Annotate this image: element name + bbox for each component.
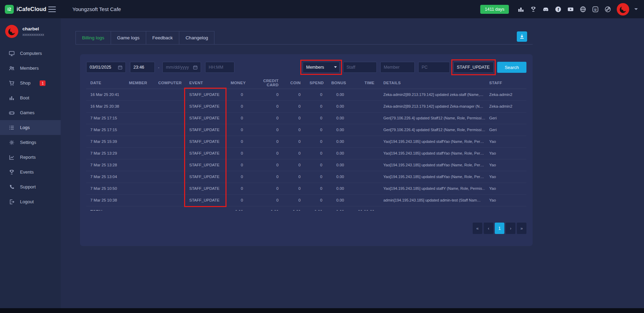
user-avatar[interactable] bbox=[616, 3, 630, 16]
cell-spend: 0 bbox=[305, 194, 327, 206]
table-row[interactable]: 7 Mar 25 10:38 STAFF_UPDATE 0 0 0 0 0.00… bbox=[86, 194, 526, 206]
download-icon bbox=[519, 34, 525, 39]
logs-list-icon bbox=[9, 125, 15, 131]
leaderboard-icon[interactable] bbox=[517, 6, 525, 13]
sidebar-item-logs[interactable]: Logs bbox=[0, 120, 61, 135]
calendar-icon bbox=[193, 65, 198, 70]
cell-money: 0 bbox=[227, 171, 248, 183]
page-next-button[interactable]: › bbox=[506, 223, 515, 234]
hamburger-menu-icon[interactable] bbox=[48, 7, 56, 12]
gear-icon bbox=[9, 139, 15, 146]
staff-filter-input[interactable] bbox=[343, 62, 377, 73]
cell-computer bbox=[154, 89, 185, 100]
cell-spend: 0 bbox=[305, 171, 327, 183]
sidebar-item-label: Computers bbox=[20, 51, 42, 56]
cell-time bbox=[349, 171, 379, 183]
report-chart-icon bbox=[9, 154, 15, 160]
discord-icon[interactable] bbox=[542, 6, 550, 13]
table-row[interactable]: 7 Mar 25 17:15 STAFF_UPDATE 0 0 0 0 0.00… bbox=[86, 124, 526, 136]
sidebar-item-events[interactable]: Events bbox=[0, 165, 61, 179]
sidebar-item-settings[interactable]: Settings bbox=[0, 135, 61, 150]
col-header-time: TIME bbox=[349, 77, 379, 89]
sidebar: charbel xxxxxxxxxxxx Computers Members S… bbox=[0, 18, 61, 313]
cell-bonus: 0.00 bbox=[327, 171, 349, 183]
cell-money: 0 bbox=[227, 112, 248, 124]
youtube-icon[interactable] bbox=[567, 6, 574, 13]
table-row[interactable]: 16 Mar 25 20:41 STAFF_UPDATE 0 0 0 0 0.0… bbox=[86, 89, 526, 100]
date-from-input[interactable]: 03/01/2025 bbox=[86, 62, 126, 73]
cell-money: 0 bbox=[227, 136, 248, 147]
cell-event: STAFF_UPDATE bbox=[185, 171, 227, 183]
sidebar-item-reports[interactable]: Reports bbox=[0, 150, 61, 165]
date-to-input[interactable]: mm/dd/yyyy bbox=[162, 62, 201, 73]
monitor-icon bbox=[9, 50, 15, 57]
table-row[interactable]: 7 Mar 25 13:04 STAFF_UPDATE 0 0 0 0 0.00… bbox=[86, 171, 526, 183]
cell-member bbox=[125, 136, 154, 147]
cell-date: 7 Mar 25 13:04 bbox=[86, 171, 125, 183]
tab-game-logs[interactable]: Game logs bbox=[111, 31, 146, 44]
sidebar-user-block[interactable]: charbel xxxxxxxxxxxx bbox=[0, 18, 61, 42]
table-row[interactable]: 16 Mar 25 20:38 STAFF_UPDATE 0 0 0 0 0.0… bbox=[86, 100, 526, 112]
facebook-icon[interactable]: f bbox=[554, 6, 562, 13]
col-header-date: DATE bbox=[86, 77, 125, 89]
sidebar-item-members[interactable]: Members bbox=[0, 61, 61, 76]
table-row[interactable]: 7 Mar 25 15:39 STAFF_UPDATE 0 0 0 0 0.00… bbox=[86, 136, 526, 147]
page-first-button[interactable]: « bbox=[473, 223, 482, 234]
sidebar-item-shop[interactable]: Shop 1 bbox=[0, 76, 61, 90]
sidebar-item-support[interactable]: Support bbox=[0, 179, 61, 194]
tab-billing-logs[interactable]: Billing logs bbox=[76, 31, 111, 44]
brand-area: i2 iCafeCloud bbox=[0, 0, 61, 18]
cell-spend: 0 bbox=[305, 124, 327, 136]
chevron-down-icon[interactable] bbox=[634, 8, 638, 10]
cell-bonus: 0.00 bbox=[327, 112, 349, 124]
table-row[interactable]: 7 Mar 25 10:50 STAFF_UPDATE 0 0 0 0 0.00… bbox=[86, 183, 526, 194]
gamepad-icon bbox=[9, 110, 15, 116]
member-filter-input[interactable] bbox=[380, 62, 415, 73]
page-last-button[interactable]: » bbox=[517, 223, 526, 234]
filter-type-select-wrap: Members bbox=[303, 62, 340, 73]
cell-staff: Zeka-admin2 bbox=[485, 89, 526, 100]
cell-member bbox=[125, 100, 154, 112]
sidebar-item-games[interactable]: Games bbox=[0, 105, 61, 120]
user-name: charbel bbox=[22, 26, 44, 31]
sidebar-item-computers[interactable]: Computers bbox=[0, 46, 61, 61]
steam-icon[interactable] bbox=[604, 6, 612, 13]
cell-coin: 0 bbox=[283, 159, 305, 171]
sidebar-item-boot[interactable]: Boot bbox=[0, 90, 61, 105]
cell-coin: 0 bbox=[283, 136, 305, 147]
table-row[interactable]: 7 Mar 25 13:29 STAFF_UPDATE 0 0 0 0 0.00… bbox=[86, 147, 526, 159]
filter-type-select[interactable]: Members bbox=[303, 62, 340, 73]
icafe-news-icon[interactable]: i2 bbox=[592, 6, 599, 13]
total-time: 00:00:00 bbox=[349, 206, 379, 211]
event-filter-input[interactable] bbox=[453, 62, 494, 73]
cell-member bbox=[125, 183, 154, 194]
trophy-icon[interactable] bbox=[530, 6, 537, 13]
cell-time bbox=[349, 183, 379, 194]
time-to-input[interactable]: HH:MM bbox=[205, 62, 234, 73]
tab-changelog[interactable]: Changelog bbox=[179, 31, 214, 44]
days-badge[interactable]: 1411 days bbox=[480, 5, 509, 14]
search-button[interactable]: Search bbox=[497, 62, 526, 73]
cell-bonus: 0.00 bbox=[327, 89, 349, 100]
total-coin: 0.00 bbox=[283, 206, 305, 211]
brand[interactable]: i2 iCafeCloud bbox=[5, 5, 46, 14]
table-total-row: TOTAL: 0.00 0.00 0.00 0.00 0.00 00:00:00 bbox=[86, 206, 526, 211]
time-from-input[interactable]: 23:46 bbox=[130, 62, 155, 73]
cell-event: STAFF_UPDATE bbox=[185, 183, 227, 194]
page-1-button[interactable]: 1 bbox=[495, 223, 504, 234]
pagination: « ‹ 1 › » bbox=[471, 223, 526, 234]
sidebar-item-logout[interactable]: Logout bbox=[0, 194, 61, 209]
pc-filter-input[interactable] bbox=[418, 62, 450, 73]
cell-bonus: 0.00 bbox=[327, 159, 349, 171]
cell-date: 16 Mar 25 20:38 bbox=[86, 100, 125, 112]
tab-feedback[interactable]: Feedback bbox=[146, 31, 179, 44]
cell-computer bbox=[154, 112, 185, 124]
table-row[interactable]: 7 Mar 25 13:28 STAFF_UPDATE 0 0 0 0 0.00… bbox=[86, 159, 526, 171]
cell-bonus: 0.00 bbox=[327, 147, 349, 159]
page-prev-button[interactable]: ‹ bbox=[484, 223, 493, 234]
billing-logs-table-container[interactable]: DATE MEMBER COMPUTER EVENT MONEY CREDIT … bbox=[86, 77, 526, 211]
cell-date: 7 Mar 25 13:28 bbox=[86, 159, 125, 171]
download-button[interactable] bbox=[517, 31, 527, 42]
table-row[interactable]: 7 Mar 25 17:15 STAFF_UPDATE 0 0 0 0 0.00… bbox=[86, 112, 526, 124]
globe-icon[interactable] bbox=[579, 6, 587, 13]
